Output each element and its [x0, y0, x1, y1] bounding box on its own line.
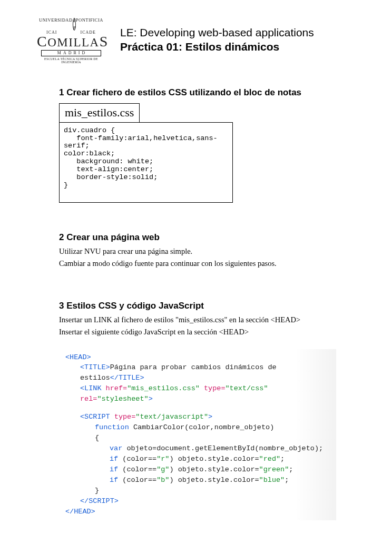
head-code-block: <HEAD> <TITLE>Página para probar cambios… [61, 349, 336, 521]
code-script-type: text/javascript [140, 413, 204, 421]
logo-name: COMILLAS [37, 34, 105, 49]
section-2-p2: Cambiar a modo código fuente para contin… [59, 259, 355, 268]
logo-madrid: MADRID [41, 50, 101, 56]
section-3-title: 3 Estilos CSS y código JavaScript [59, 301, 355, 311]
css-file-tab: mis_estilos.css [59, 103, 140, 123]
code-assign-3: objeto.style.color= [178, 476, 259, 484]
header-titles: LE: Developing web-based applications Pr… [120, 18, 314, 53]
section-2-title: 2 Crear una página web [59, 232, 355, 243]
code-assign-2: objeto.style.color= [178, 466, 259, 473]
code-func-sig: CambiarColor(color,nombre_objeto) [133, 423, 274, 431]
code-red: "red" [259, 455, 281, 463]
logo-top-left: UNIVERSIDAD [39, 18, 73, 31]
section-2-p1: Utilizar NVU para crear una página simpl… [59, 247, 355, 256]
code-green: "green" [259, 466, 289, 473]
code-if-cond-2: color== [126, 466, 156, 473]
code-g-lit: "g" [156, 466, 169, 473]
document-page: UNIVERSIDAD PONTIFICIA ICAI ICADE COMILL… [0, 0, 392, 541]
logo-school: ESCUELA TÉCNICA SUPERIOR DE INGENIERÍA [37, 57, 105, 64]
code-var-line: objeto=document.getElementById(nombre_ob… [126, 444, 323, 452]
css-file-box: mis_estilos.css div.cuadro { font-family… [59, 103, 233, 203]
code-b-lit: "b" [156, 476, 169, 484]
content: 1 Crear fichero de estilos CSS utilizand… [32, 87, 360, 520]
university-logo: UNIVERSIDAD PONTIFICIA ICAI ICADE COMILL… [37, 18, 105, 64]
section-3-p1: Insertar un LINK al fichero de estilos "… [59, 315, 355, 324]
code-blue: "blue" [259, 476, 285, 484]
page-header: UNIVERSIDAD PONTIFICIA ICAI ICADE COMILL… [32, 18, 360, 64]
code-link-rel: stylesheet [102, 395, 144, 403]
logo-top-right: PONTIFICIA [76, 18, 103, 31]
css-file-body: div.cuadro { font-family:arial,helvetica… [59, 122, 233, 203]
code-link-href: mis_estilos.css [131, 384, 195, 392]
code-assign-1: objeto.style.color= [178, 455, 259, 463]
section-1-title: 1 Crear fichero de estilos CSS utilizand… [59, 87, 355, 98]
course-title: LE: Developing web-based applications [120, 26, 314, 39]
practice-title: Práctica 01: Estilos dinámicos [120, 41, 314, 53]
code-r-lit: "r" [156, 455, 169, 463]
section-3-p2: Insertar el siguiente código JavaScript … [59, 328, 355, 337]
code-link-type: text/css [230, 384, 264, 392]
code-if-cond-3: color== [126, 476, 156, 484]
code-if-cond-1: color== [126, 455, 156, 463]
